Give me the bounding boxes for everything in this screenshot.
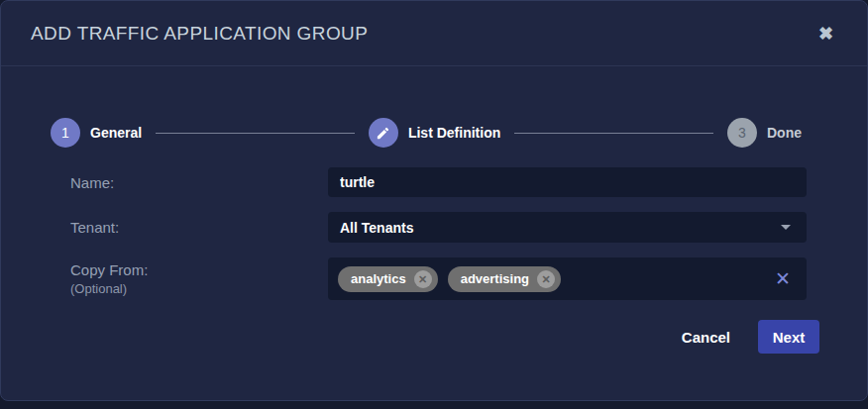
step-2-label: List Definition — [408, 125, 500, 141]
dialog-footer: Cancel Next — [1, 320, 867, 354]
stepper-connector — [156, 133, 355, 134]
pencil-icon — [369, 118, 398, 148]
add-traffic-application-group-dialog: ADD TRAFFIC APPLICATION GROUP ✖ 1 Genera… — [0, 0, 868, 401]
tenant-label: Tenant: — [70, 219, 328, 236]
form-area: Name: Tenant: All Tenants Copy From: (Op — [1, 167, 867, 300]
step-3-indicator: 3 — [727, 118, 757, 148]
stepper-connector — [514, 133, 713, 134]
tenant-row: Tenant: All Tenants — [70, 212, 807, 243]
step-3-label: Done — [767, 125, 802, 141]
step-1-indicator: 1 — [51, 118, 80, 148]
dialog-header: ADD TRAFFIC APPLICATION GROUP ✖ — [1, 1, 867, 66]
name-row: Name: — [70, 167, 807, 197]
step-general[interactable]: 1 General — [51, 118, 142, 148]
tag-advertising: advertising ✕ — [448, 266, 561, 292]
tag-label: advertising — [461, 271, 529, 286]
tag-remove-icon[interactable]: ✕ — [537, 270, 555, 288]
name-input[interactable] — [328, 167, 807, 197]
tenant-select[interactable]: All Tenants — [328, 212, 807, 243]
tenant-selected-value: All Tenants — [340, 220, 781, 236]
copy-from-tags-field[interactable]: analytics ✕ advertising ✕ ✕ — [328, 257, 807, 300]
name-label: Name: — [70, 174, 328, 191]
tag-analytics: analytics ✕ — [338, 266, 438, 292]
dialog-title: ADD TRAFFIC APPLICATION GROUP — [31, 23, 814, 45]
clear-all-icon[interactable]: ✕ — [771, 269, 795, 288]
next-button[interactable]: Next — [758, 320, 819, 354]
copy-from-optional-label: (Optional) — [70, 281, 328, 296]
close-button[interactable]: ✖ — [814, 21, 837, 47]
chevron-down-icon — [781, 225, 791, 230]
step-done: 3 Done — [727, 118, 802, 148]
tag-remove-icon[interactable]: ✕ — [414, 270, 432, 288]
wizard-stepper: 1 General List Definition 3 Done — [1, 118, 867, 148]
copy-from-label: Copy From: — [70, 261, 328, 278]
copy-from-row: Copy From: (Optional) analytics ✕ advert… — [70, 257, 807, 300]
cancel-button[interactable]: Cancel — [680, 323, 732, 352]
step-1-label: General — [90, 125, 142, 141]
step-list-definition[interactable]: List Definition — [369, 118, 500, 148]
close-icon: ✖ — [818, 24, 833, 44]
tag-label: analytics — [351, 271, 406, 286]
